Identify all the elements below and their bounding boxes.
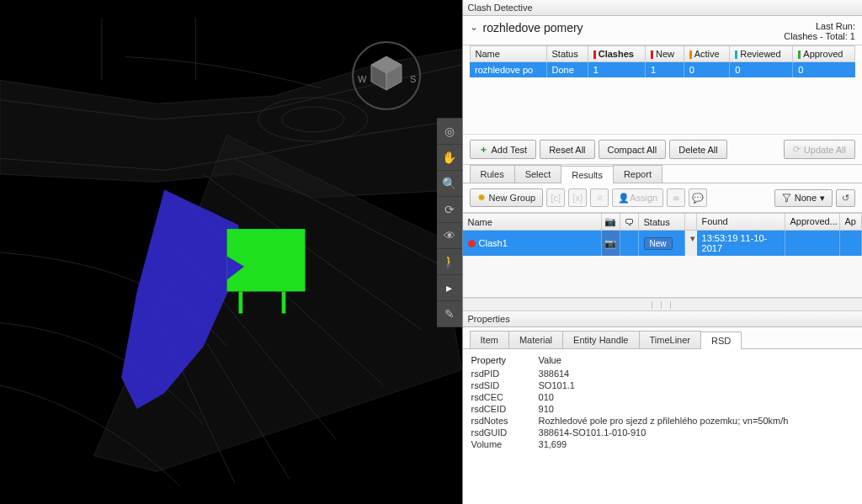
- viewcube[interactable]: W S: [349, 38, 424, 114]
- tab-rules[interactable]: Rules: [470, 165, 515, 183]
- results-col-ap[interactable]: Ap: [840, 214, 862, 230]
- results-col-approved[interactable]: Approved...: [785, 214, 840, 230]
- clash-total-label: Clashes - Total: 1: [784, 31, 855, 41]
- svg-rect-4: [282, 291, 286, 313]
- viewport-3d[interactable]: W S ◎ ✋ 🔍 ⟳ 👁 🚶 ▸ ✎: [0, 0, 462, 504]
- tab-rsd[interactable]: RSD: [700, 332, 742, 349]
- clash-detective-title: Clash Detective: [463, 0, 862, 16]
- reset-all-button[interactable]: Reset All: [540, 140, 594, 159]
- svg-text:W: W: [358, 74, 367, 84]
- tab-select[interactable]: Select: [514, 165, 562, 183]
- tool-select-icon[interactable]: ▸: [437, 275, 462, 300]
- status-dot-icon: [468, 240, 476, 247]
- tab-material[interactable]: Material: [508, 331, 563, 348]
- main-tabs: Rules Select Results Report: [463, 165, 862, 183]
- results-header: Name 📷 🗨 Status Found Approved... Ap: [463, 214, 862, 231]
- tests-toolbar: ＋Add Test Reset All Compact All Delete A…: [463, 134, 862, 165]
- star-icon: ✸: [477, 192, 486, 204]
- tests-accordion-header[interactable]: ⌄ rozhledove pomery Last Run: Clashes - …: [463, 16, 862, 45]
- last-run-label: Last Run:: [816, 21, 855, 31]
- compact-all-button[interactable]: Compact All: [599, 140, 667, 159]
- tab-report[interactable]: Report: [613, 165, 662, 183]
- plus-icon: ＋: [479, 143, 488, 156]
- test-name-title: rozhledove pomery: [483, 21, 785, 34]
- camera-icon[interactable]: 📷: [602, 231, 620, 256]
- tool-orbit-icon[interactable]: ⟳: [437, 197, 462, 222]
- rerun-button[interactable]: ↺: [836, 189, 855, 207]
- update-all-button[interactable]: ⟳Update All: [784, 140, 855, 159]
- explode-icon[interactable]: [x]: [568, 188, 587, 207]
- tab-item[interactable]: Item: [470, 331, 509, 348]
- filter-icon[interactable]: ⩩: [667, 188, 685, 207]
- property-row: rsdSIDSO101.1: [471, 379, 854, 391]
- tests-col-name[interactable]: Name: [470, 46, 546, 62]
- tests-row[interactable]: rozhledove po Done 1 1 0 0 0: [470, 62, 854, 78]
- properties-body: Property Value rsdPID388614rsdSIDSO101.1…: [463, 349, 862, 504]
- delete-all-button[interactable]: Delete All: [669, 140, 726, 159]
- tests-col-approved[interactable]: Approved: [793, 46, 855, 62]
- new-group-button[interactable]: ✸New Group: [470, 188, 544, 207]
- results-col-viewpoint-icon[interactable]: 🗨: [620, 214, 639, 230]
- results-col-name[interactable]: Name: [463, 214, 602, 230]
- caret-down-icon: ⌄: [470, 21, 478, 33]
- results-col-status-caret[interactable]: [685, 214, 697, 230]
- property-row: rsdCEC010: [471, 391, 854, 403]
- property-row: rsdGUID388614-SO101.1-010-910: [471, 427, 854, 438]
- tests-col-status[interactable]: Status: [546, 46, 588, 62]
- tool-zoom-icon[interactable]: 🔍: [437, 171, 462, 196]
- status-dropdown-caret[interactable]: ▾: [685, 231, 697, 256]
- tool-steering-wheel-icon[interactable]: ◎: [437, 119, 462, 144]
- results-col-status[interactable]: Status: [639, 214, 685, 230]
- tests-table: Name Status Clashes New Active Reviewed …: [470, 45, 855, 77]
- tests-col-active[interactable]: Active: [684, 46, 730, 62]
- funnel-icon: [782, 194, 791, 203]
- chevron-down-icon: ▾: [820, 193, 825, 204]
- properties-tabs: Item Material Entity Handle TimeLiner RS…: [463, 331, 862, 349]
- assign-button[interactable]: 👤 Assign: [612, 188, 663, 207]
- group-icon[interactable]: [c]: [546, 188, 565, 207]
- properties-panel: Properties Item Material Entity Handle T…: [463, 311, 862, 504]
- results-row[interactable]: Clash1 📷 New ▾ 13:53:19 11-10-2017: [463, 231, 862, 256]
- add-test-button[interactable]: ＋Add Test: [470, 140, 537, 159]
- ungroup-icon[interactable]: ⤫: [590, 188, 609, 207]
- properties-title: Properties: [463, 311, 862, 327]
- tool-measure-icon[interactable]: ✎: [437, 301, 462, 326]
- comment-icon[interactable]: 💬: [689, 188, 707, 207]
- svg-rect-2: [227, 229, 306, 291]
- prop-header-property: Property: [471, 355, 539, 365]
- results-col-found[interactable]: Found: [697, 214, 785, 230]
- tool-walk-icon[interactable]: 🚶: [437, 249, 462, 274]
- results-toolbar: ✸New Group [c] [x] ⤫ 👤 Assign ⩩ 💬 None▾ …: [463, 183, 862, 213]
- results-table: Name 📷 🗨 Status Found Approved... Ap Cla…: [463, 213, 862, 311]
- results-col-camera-icon[interactable]: 📷: [602, 214, 620, 230]
- prop-header-value: Value: [539, 355, 854, 365]
- horizontal-scroll[interactable]: ｜｜｜: [463, 298, 862, 311]
- svg-rect-3: [239, 291, 243, 313]
- tests-col-clashes[interactable]: Clashes: [588, 46, 645, 62]
- property-row: rsdPID388614: [471, 368, 854, 379]
- tab-results[interactable]: Results: [561, 166, 614, 183]
- tests-header-row: Name Status Clashes New Active Reviewed …: [470, 46, 854, 62]
- tab-entity-handle[interactable]: Entity Handle: [562, 331, 639, 348]
- svg-text:S: S: [410, 74, 416, 84]
- tests-col-reviewed[interactable]: Reviewed: [730, 46, 793, 62]
- tool-pan-icon[interactable]: ✋: [437, 145, 462, 170]
- property-row: rsdCEID910: [471, 403, 854, 415]
- property-row: rsdNotesRozhledové pole pro sjezd z přil…: [471, 415, 854, 427]
- tab-timeliner[interactable]: TimeLiner: [639, 331, 702, 348]
- update-icon: ⟳: [793, 144, 801, 155]
- right-panel: Clash Detective ⌄ rozhledove pomery Last…: [462, 0, 862, 504]
- tool-look-icon[interactable]: 👁: [437, 223, 462, 248]
- viewport-toolbar: ◎ ✋ 🔍 ⟳ 👁 🚶 ▸ ✎: [437, 118, 462, 327]
- property-row: Volume31,699: [471, 438, 854, 450]
- tests-col-new[interactable]: New: [645, 46, 684, 62]
- status-badge: New: [644, 237, 673, 250]
- filter-none-dropdown[interactable]: None▾: [774, 189, 833, 207]
